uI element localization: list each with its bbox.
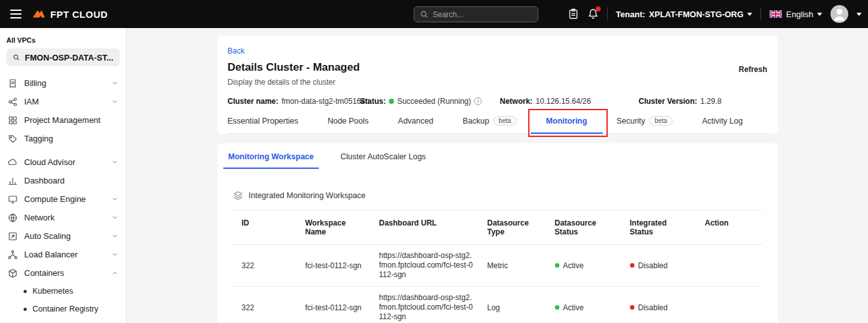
cell-workspace-name: fci-test-0112-sgn: [297, 261, 370, 270]
cluster-info-row: Cluster name: fmon-data-stg2-tm05164n St…: [228, 97, 767, 106]
containers-icon: [8, 268, 18, 278]
avatar[interactable]: [830, 5, 848, 23]
cluster-version-label: Cluster Version:: [639, 97, 697, 106]
chevron-down-icon[interactable]: [857, 13, 862, 16]
search-icon: [13, 53, 20, 62]
cell-dashboard-url: https://dashboard-osp-stg2.fmon.fptcloud…: [370, 293, 479, 322]
sidebar-item-label: Cloud Advisor: [24, 157, 75, 167]
divider: [760, 8, 761, 20]
sidebar-subitem-container-registry[interactable]: Container Registry: [0, 300, 126, 318]
chevron-down-icon: [111, 214, 118, 221]
vpc-selector-label: FMON-OSP-DATA-ST...: [25, 53, 113, 62]
col-id: ID: [233, 219, 297, 236]
status-value: Succeeded (Running): [397, 97, 471, 106]
tenant-value: XPLAT-FMON-STG-ORG: [649, 10, 744, 19]
sidebar-item-label: Compute Engine: [24, 194, 86, 204]
info-icon[interactable]: [474, 97, 482, 105]
sidebar-item-containers[interactable]: Containers: [0, 264, 126, 282]
sidebar-item-label: Load Balancer: [24, 250, 78, 259]
language-label: English: [786, 10, 813, 19]
sidebar-item-compute-engine[interactable]: Compute Engine: [0, 190, 126, 208]
compute-engine-icon: [8, 194, 18, 205]
tab-advanced[interactable]: Advanced: [398, 116, 433, 133]
cell-datasource-type: Log: [479, 303, 546, 312]
billing-icon: [8, 78, 18, 89]
notification-badge: [596, 6, 601, 11]
topbar-right: Tenant: XPLAT-FMON-STG-ORG English: [568, 0, 862, 28]
survey-icon[interactable]: [568, 8, 579, 20]
search-box[interactable]: [414, 6, 538, 22]
cluster-name-info: Cluster name: fmon-data-stg2-tm05164n: [228, 97, 360, 106]
cloud-advisor-icon: [8, 157, 18, 168]
auto-scaling-icon: [8, 231, 18, 241]
cell-workspace-name: fci-test-0112-sgn: [297, 303, 370, 312]
sidebar-item-project-management[interactable]: Project Management: [0, 111, 126, 129]
subtab-cluster-autoscaler-logs[interactable]: Cluster AutoScaler Logs: [335, 152, 431, 169]
col-workspace-name: Workspace Name: [297, 219, 370, 236]
monitoring-subtabs: Monitoring Workspace Cluster AutoScaler …: [218, 143, 778, 169]
bullet-icon: [24, 308, 27, 311]
language-selector[interactable]: English: [769, 10, 822, 19]
status-dot-red: [630, 263, 634, 268]
sidebar-item-label: Containers: [24, 268, 64, 278]
sidebar-item-billing[interactable]: Billing: [0, 74, 126, 92]
monitoring-panel-card: Monitoring Workspace Cluster AutoScaler …: [218, 143, 778, 323]
sidebar-item-tagging[interactable]: Tagging: [0, 129, 126, 148]
col-datasource-status: Datasource Status: [546, 219, 621, 236]
cell-id: 322: [233, 303, 297, 312]
notifications-button[interactable]: [587, 8, 599, 20]
cluster-name-label: Cluster name:: [228, 97, 279, 106]
cell-datasource-type: Metric: [479, 261, 546, 270]
cell-id: 322: [233, 261, 297, 270]
cluster-details-header-card: Back Details Cluster - Managed Refresh D…: [218, 36, 778, 134]
sidebar-item-auto-scaling[interactable]: Auto Scaling: [0, 227, 126, 245]
sidebar-subitem-label: Container Registry: [32, 305, 99, 313]
tab-node-pools[interactable]: Node Pools: [328, 116, 369, 133]
brand-logo[interactable]: FPT CLOUD: [32, 9, 108, 20]
cluster-version-value: 1.29.8: [701, 97, 722, 106]
status-dot-red: [630, 305, 634, 310]
tenant-selector[interactable]: Tenant: XPLAT-FMON-STG-ORG: [616, 10, 753, 19]
sidebar-item-load-balancer[interactable]: Load Balancer: [0, 245, 126, 264]
sidebar: All VPCs FMON-OSP-DATA-ST... Billing IAM…: [0, 28, 127, 323]
sidebar-item-iam[interactable]: IAM: [0, 92, 126, 111]
refresh-button[interactable]: Refresh: [739, 65, 767, 74]
tab-backup[interactable]: Backupbeta: [463, 116, 517, 133]
chevron-down-icon: [817, 13, 822, 16]
page-subtitle: Display the details of the cluster: [228, 78, 767, 87]
menu-icon[interactable]: [10, 10, 22, 18]
back-link[interactable]: Back: [228, 47, 245, 55]
chevron-down-icon: [111, 251, 118, 258]
sidebar-item-network[interactable]: Network: [0, 208, 126, 227]
search-input[interactable]: [433, 10, 532, 19]
chevron-down-icon: [747, 13, 752, 16]
sidebar-item-dashboard[interactable]: Dashboard: [0, 171, 126, 190]
beta-badge: beta: [649, 116, 673, 126]
brand-text: FPT CLOUD: [50, 9, 108, 20]
cluster-name-value: fmon-data-stg2-tm05164n: [282, 97, 370, 106]
chevron-down-icon: [111, 159, 118, 166]
status-dot-green: [555, 305, 559, 310]
sidebar-item-label: Billing: [24, 78, 46, 88]
cluster-version-info: Cluster Version: 1.29.8: [639, 97, 722, 106]
tab-activity-log[interactable]: Activity Log: [702, 116, 743, 133]
chevron-down-icon: [111, 233, 118, 240]
vpc-selector[interactable]: FMON-OSP-DATA-ST...: [6, 48, 120, 66]
chevron-down-icon: [111, 80, 118, 87]
tab-essential-properties[interactable]: Essential Properties: [228, 116, 298, 133]
tab-monitoring[interactable]: Monitoring: [546, 116, 587, 133]
sidebar-item-label: Tagging: [24, 134, 53, 143]
network-label: Network:: [500, 97, 533, 106]
sidebar-item-cloud-advisor[interactable]: Cloud Advisor: [0, 153, 126, 171]
section-title: Integrated Monitoring Workspace: [249, 191, 366, 200]
sidebar-item-label: Project Management: [24, 115, 101, 125]
tab-security[interactable]: Securitybeta: [617, 116, 673, 133]
page-title: Details Cluster - Managed: [228, 61, 360, 74]
table-header-row: ID Workspace Name Dashboard URL Datasour…: [233, 210, 762, 245]
sidebar-item-label: Network: [24, 213, 55, 222]
sidebar-subitem-kubernetes[interactable]: Kubernetes: [0, 282, 126, 300]
cell-integrated-status: Disabled: [621, 261, 696, 270]
chevron-down-icon: [111, 196, 118, 203]
user-icon: [830, 5, 848, 23]
subtab-monitoring-workspace[interactable]: Monitoring Workspace: [223, 152, 319, 169]
